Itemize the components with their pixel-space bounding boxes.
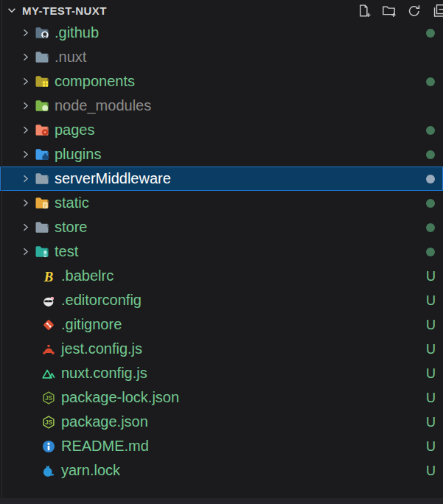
tree-item-package-lock.json[interactable]: JS package-lock.json U xyxy=(0,385,443,410)
chevron-down-icon xyxy=(6,4,18,16)
changes-dot-badge xyxy=(426,150,435,159)
pages-folder-icon xyxy=(35,123,49,138)
changes-dot-badge xyxy=(426,126,435,135)
git-untracked-badge: U xyxy=(426,365,436,381)
tree-item-serverMiddleware[interactable]: serverMiddleware xyxy=(0,167,443,191)
tree-item-static[interactable]: static xyxy=(0,191,443,215)
selected-changes-dot-badge xyxy=(426,175,435,183)
git-icon xyxy=(41,318,56,332)
chevron-right-icon xyxy=(20,27,31,38)
panel-bottom-divider xyxy=(0,498,443,504)
chevron-right-icon xyxy=(20,197,31,209)
tree-item-components[interactable]: components xyxy=(0,69,443,94)
tree-item-node_modules[interactable]: node_modules xyxy=(0,94,443,118)
tree-item-yarn.lock[interactable]: yarn.lock U xyxy=(0,458,443,483)
tree-item-store[interactable]: store xyxy=(0,215,443,239)
yarn-icon xyxy=(41,463,56,478)
editorconfig-icon xyxy=(41,293,56,308)
git-untracked-badge: U xyxy=(426,414,436,430)
git-untracked-badge: U xyxy=(426,341,436,357)
changes-dot-badge xyxy=(426,77,435,86)
nodejs-icon: JS xyxy=(41,391,56,405)
section-title: MY-TEST-NUXT xyxy=(22,4,107,17)
changes-dot-badge xyxy=(426,199,435,208)
tree-item-jest.config.js[interactable]: jest.config.js U xyxy=(0,337,443,361)
refresh-explorer-icon[interactable] xyxy=(405,2,422,19)
chevron-right-icon xyxy=(20,149,31,160)
svg-text:JS: JS xyxy=(45,395,53,402)
git-untracked-badge: U xyxy=(426,293,436,308)
chevron-right-icon xyxy=(20,173,31,184)
tree-item-plugins[interactable]: plugins xyxy=(0,142,443,167)
jest-icon xyxy=(41,342,56,357)
folder-icon xyxy=(35,50,49,65)
explorer-section-header[interactable]: MY-TEST-NUXT xyxy=(0,0,443,21)
chevron-right-icon xyxy=(20,222,31,233)
changes-dot-badge xyxy=(426,248,435,256)
babel-icon: B xyxy=(41,269,56,284)
explorer-sidebar: MY-TEST-NUXT .github .nuxt xyxy=(0,0,443,504)
explorer-actions xyxy=(355,2,443,19)
node-modules-folder-icon xyxy=(35,99,49,113)
chevron-right-icon xyxy=(20,76,31,87)
tree-item-.editorconfig[interactable]: .editorconfig U xyxy=(0,288,443,312)
file-tree: .github .nuxt components node_modules pa… xyxy=(0,21,443,483)
folder-icon xyxy=(35,220,49,235)
static-folder-icon xyxy=(35,196,49,211)
git-untracked-badge: U xyxy=(426,438,436,454)
test-folder-icon xyxy=(35,245,49,259)
collapse-all-icon[interactable] xyxy=(430,2,443,19)
new-file-icon[interactable] xyxy=(355,2,372,19)
tree-item-package.json[interactable]: JS package.json U xyxy=(0,410,443,434)
svg-text:JS: JS xyxy=(45,419,53,426)
github-folder-icon xyxy=(35,26,49,41)
git-untracked-badge: U xyxy=(426,390,436,405)
chevron-right-icon xyxy=(20,52,31,63)
plugins-folder-icon xyxy=(35,147,49,162)
git-untracked-badge: U xyxy=(426,463,436,478)
new-folder-icon[interactable] xyxy=(380,2,397,19)
tree-item-README.md[interactable]: README.md U xyxy=(0,434,443,458)
svg-text:B: B xyxy=(43,269,54,284)
chevron-right-icon xyxy=(20,100,31,111)
tree-item-.gitignore[interactable]: .gitignore U xyxy=(0,312,443,337)
chevron-right-icon xyxy=(20,246,31,257)
tree-item-test[interactable]: test xyxy=(0,239,443,264)
readme-icon xyxy=(41,439,56,454)
git-untracked-badge: U xyxy=(426,317,436,332)
tree-item-nuxt.config.js[interactable]: nuxt.config.js U xyxy=(0,361,443,385)
tree-item-.nuxt[interactable]: .nuxt xyxy=(0,45,443,69)
nuxt-icon xyxy=(41,366,56,381)
git-untracked-badge: U xyxy=(426,268,436,284)
folder-icon xyxy=(35,172,49,186)
tree-item-pages[interactable]: pages xyxy=(0,118,443,142)
nodejs-icon: JS xyxy=(41,415,56,430)
sidebar-left-border xyxy=(1,0,2,504)
changes-dot-badge xyxy=(426,223,435,232)
chevron-right-icon xyxy=(20,125,31,136)
components-folder-icon xyxy=(35,74,49,89)
tree-item-.babelrc[interactable]: B .babelrc U xyxy=(0,264,443,288)
tree-item-.github[interactable]: .github xyxy=(0,21,443,45)
changes-dot-badge xyxy=(426,29,435,38)
